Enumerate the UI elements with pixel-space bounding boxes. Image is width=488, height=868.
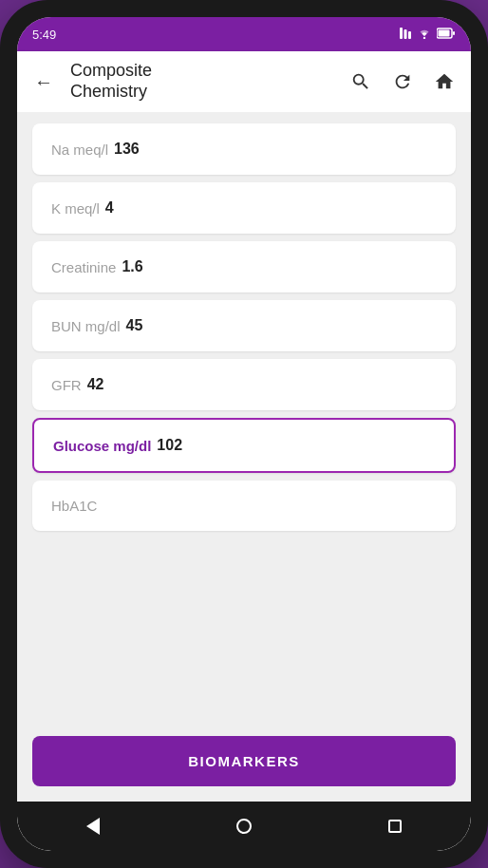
lab-label-bun: BUN mg/dl xyxy=(51,318,121,334)
lab-row-glucose[interactable]: Glucose mg/dl 102 xyxy=(32,418,456,473)
app-bar: ← Composite Chemistry xyxy=(17,51,471,112)
search-icon xyxy=(350,71,371,92)
app-bar-title: Composite Chemistry xyxy=(63,61,342,102)
refresh-button[interactable] xyxy=(384,63,422,101)
lab-value-bun: 45 xyxy=(126,317,143,334)
svg-rect-1 xyxy=(404,29,407,39)
svg-rect-2 xyxy=(408,31,411,39)
lab-value-creatinine: 1.6 xyxy=(122,258,142,275)
lab-value-k: 4 xyxy=(105,199,114,217)
nav-bar xyxy=(17,802,471,851)
sim-icon xyxy=(399,28,412,42)
status-icons xyxy=(399,28,456,42)
lab-row-bun[interactable]: BUN mg/dl 45 xyxy=(32,300,456,351)
lab-value-gfr: 42 xyxy=(87,376,104,393)
phone-frame: 5:49 xyxy=(0,0,488,868)
lab-label-na: Na meq/l xyxy=(51,142,108,158)
lab-label-hba1c: HbA1C xyxy=(51,498,97,514)
nav-recents-button[interactable] xyxy=(376,807,414,845)
wifi-icon xyxy=(417,28,432,42)
battery-icon xyxy=(437,28,456,42)
nav-back-button[interactable] xyxy=(74,807,112,845)
app-bar-actions xyxy=(342,63,463,101)
home-button[interactable] xyxy=(425,63,463,101)
lab-label-k: K meq/l xyxy=(51,200,100,217)
lab-label-gfr: GFR xyxy=(51,377,82,393)
back-arrow-icon: ← xyxy=(34,71,53,93)
lab-row-na[interactable]: Na meq/l 136 xyxy=(32,123,456,175)
svg-rect-0 xyxy=(400,28,403,39)
lab-row-hba1c[interactable]: HbA1C xyxy=(32,481,456,531)
svg-point-3 xyxy=(423,36,425,38)
refresh-icon xyxy=(392,71,413,92)
status-time: 5:49 xyxy=(32,28,56,42)
nav-home-button[interactable] xyxy=(225,807,263,845)
status-bar: 5:49 xyxy=(17,17,471,51)
search-button[interactable] xyxy=(342,63,380,101)
lab-value-na: 136 xyxy=(114,141,140,158)
lab-label-glucose: Glucose mg/dl xyxy=(53,438,151,454)
lab-row-k[interactable]: K meq/l 4 xyxy=(32,182,456,234)
lab-label-creatinine: Creatinine xyxy=(51,259,116,275)
page-title: Composite Chemistry xyxy=(70,61,342,102)
home-icon xyxy=(434,71,455,92)
svg-rect-5 xyxy=(439,29,450,36)
back-button[interactable]: ← xyxy=(25,63,63,101)
lab-value-glucose: 102 xyxy=(157,437,182,454)
bottom-bar: BIOMARKERS xyxy=(17,725,471,802)
biomarkers-button[interactable]: BIOMARKERS xyxy=(32,736,456,786)
main-content: Na meq/l 136 K meq/l 4 Creatinine 1.6 BU… xyxy=(17,112,471,725)
nav-home-icon xyxy=(236,819,252,834)
lab-row-creatinine[interactable]: Creatinine 1.6 xyxy=(32,241,456,292)
nav-recents-icon xyxy=(388,820,402,833)
nav-back-icon xyxy=(86,818,100,835)
lab-row-gfr[interactable]: GFR 42 xyxy=(32,359,456,410)
svg-rect-6 xyxy=(453,31,455,35)
phone-screen: 5:49 xyxy=(17,17,471,851)
